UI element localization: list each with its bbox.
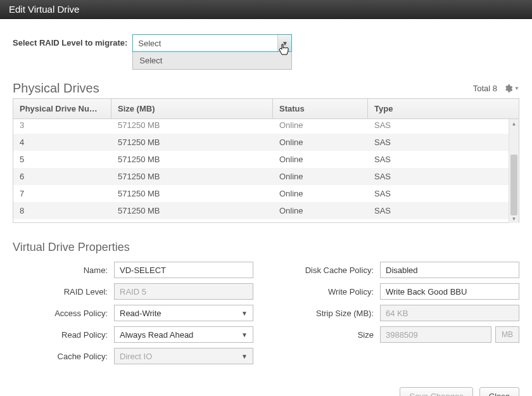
col-header-type[interactable]: Type xyxy=(368,99,519,119)
table-row[interactable]: 3571250 MBOnlineSAS xyxy=(13,119,519,134)
cell-num: 7 xyxy=(13,185,111,202)
scrollbar[interactable]: ▲ ▼ xyxy=(509,119,519,223)
cell-status: Online xyxy=(273,202,368,219)
cell-size: 571250 MB xyxy=(111,168,273,185)
write-policy-select[interactable]: Write Back Good BBU xyxy=(380,283,519,300)
label-disk-cache: Disk Cache Policy: xyxy=(279,265,374,275)
label-size: Size xyxy=(279,330,374,340)
row-write-policy: Write Policy: Write Back Good BBU xyxy=(279,283,519,300)
raid-select-row: Select RAID Level to migrate: Select ▼ S… xyxy=(13,34,519,70)
table-row[interactable]: 7571250 MBOnlineSAS xyxy=(13,185,519,202)
scroll-up-icon[interactable]: ▲ xyxy=(509,119,519,128)
col-header-num[interactable]: Physical Drive Nu… xyxy=(13,99,111,119)
physical-drives-table-body: 3571250 MBOnlineSAS4571250 MBOnlineSAS55… xyxy=(13,119,519,219)
scroll-down-icon[interactable]: ▼ xyxy=(509,214,519,223)
chevron-down-icon: ▼ xyxy=(277,35,291,51)
cell-status: Online xyxy=(273,119,368,134)
cell-num: 8 xyxy=(13,202,111,219)
cell-type: SAS xyxy=(368,168,519,185)
cell-size: 571250 MB xyxy=(111,119,273,134)
table-row[interactable]: 4571250 MBOnlineSAS xyxy=(13,134,519,151)
dialog-footer: Save Changes Close xyxy=(0,377,532,396)
row-cache-policy: Cache Policy: Direct IO ▼ xyxy=(13,348,253,364)
chevron-down-icon: ▼ xyxy=(241,353,248,360)
raid-select-wrap: Select ▼ Select xyxy=(132,34,292,70)
scroll-thumb[interactable] xyxy=(510,155,517,215)
vd-props-right: Disk Cache Policy: Disabled Write Policy… xyxy=(279,262,519,369)
table-header-row: Physical Drive Nu… Size (MB) Status Type xyxy=(13,99,519,119)
cell-type: SAS xyxy=(368,185,519,202)
chevron-down-icon: ▼ xyxy=(241,310,248,317)
physical-drives-header: Physical Drives Total 8 ▼ xyxy=(13,81,519,96)
cell-status: Online xyxy=(273,134,368,151)
cache-policy-select: Direct IO ▼ xyxy=(114,348,253,364)
cell-num: 5 xyxy=(13,151,111,168)
row-size: Size 3988509 MB xyxy=(279,326,519,343)
cell-status: Online xyxy=(273,151,368,168)
table-row[interactable]: 6571250 MBOnlineSAS xyxy=(13,168,519,185)
table-row[interactable]: 8571250 MBOnlineSAS xyxy=(13,202,519,219)
col-header-status[interactable]: Status xyxy=(273,99,368,119)
label-strip-size: Strip Size (MB): xyxy=(279,309,374,318)
dialog-title: Edit Virtual Drive xyxy=(9,4,79,15)
physical-drives-scrollarea: 3571250 MBOnlineSAS4571250 MBOnlineSAS55… xyxy=(13,119,519,223)
label-raid-level: RAID Level: xyxy=(13,287,108,297)
raid-level-select-value: Select xyxy=(138,39,161,48)
cell-num: 4 xyxy=(13,134,111,151)
close-button[interactable]: Close xyxy=(479,387,519,396)
row-name: Name: VD-SELECT xyxy=(13,262,253,278)
raid-select-label: Select RAID Level to migrate: xyxy=(13,34,127,48)
gear-icon xyxy=(504,84,513,93)
physical-drives-table-head: Physical Drive Nu… Size (MB) Status Type xyxy=(13,98,519,119)
vd-props-form: Name: VD-SELECT RAID Level: RAID 5 Acces… xyxy=(13,262,519,369)
dialog-titlebar: Edit Virtual Drive xyxy=(0,0,532,19)
cell-status: Online xyxy=(273,168,368,185)
row-read-policy: Read Policy: Always Read Ahead ▼ xyxy=(13,326,253,343)
raid-level-dropdown[interactable]: Select xyxy=(132,52,292,70)
raid-level-select[interactable]: Select ▼ xyxy=(132,34,292,52)
read-policy-select[interactable]: Always Read Ahead ▼ xyxy=(114,326,253,343)
chevron-down-icon: ▼ xyxy=(241,331,248,338)
cell-num: 6 xyxy=(13,168,111,185)
cell-type: SAS xyxy=(368,202,519,219)
vd-props-left: Name: VD-SELECT RAID Level: RAID 5 Acces… xyxy=(13,262,253,369)
cell-size: 571250 MB xyxy=(111,134,273,151)
physical-drives-tools: Total 8 ▼ xyxy=(473,84,519,93)
cell-size: 571250 MB xyxy=(111,202,273,219)
raid-level-display: RAID 5 xyxy=(114,283,253,300)
settings-menu-button[interactable]: ▼ xyxy=(504,84,519,93)
size-display: 3988509 xyxy=(380,326,491,343)
physical-drives-heading: Physical Drives xyxy=(13,81,99,96)
disk-cache-select[interactable]: Disabled xyxy=(380,262,519,278)
cell-size: 571250 MB xyxy=(111,151,273,168)
label-name: Name: xyxy=(13,265,108,275)
label-read-policy: Read Policy: xyxy=(13,330,108,340)
raid-level-option[interactable]: Select xyxy=(139,56,162,65)
row-disk-cache: Disk Cache Policy: Disabled xyxy=(279,262,519,278)
save-changes-button[interactable]: Save Changes xyxy=(400,387,472,396)
dialog-content: Select RAID Level to migrate: Select ▼ S… xyxy=(0,19,532,377)
cell-type: SAS xyxy=(368,134,519,151)
cell-type: SAS xyxy=(368,151,519,168)
col-header-size[interactable]: Size (MB) xyxy=(111,99,273,119)
row-raid-level: RAID Level: RAID 5 xyxy=(13,283,253,300)
label-cache-policy: Cache Policy: xyxy=(13,352,108,361)
label-write-policy: Write Policy: xyxy=(279,287,374,297)
label-access-policy: Access Policy: xyxy=(13,309,108,318)
cell-num: 3 xyxy=(13,119,111,134)
physical-drives-total: Total 8 xyxy=(473,84,497,93)
cell-status: Online xyxy=(273,185,368,202)
cell-size: 571250 MB xyxy=(111,185,273,202)
vd-props-heading: Virtual Drive Properties xyxy=(13,241,519,254)
physical-drives-body: 3571250 MBOnlineSAS4571250 MBOnlineSAS55… xyxy=(13,119,519,223)
strip-size-display: 64 KB xyxy=(380,305,519,321)
table-row[interactable]: 5571250 MBOnlineSAS xyxy=(13,151,519,168)
row-access-policy: Access Policy: Read-Write ▼ xyxy=(13,305,253,321)
cell-type: SAS xyxy=(368,119,519,134)
row-strip-size: Strip Size (MB): 64 KB xyxy=(279,305,519,321)
name-input[interactable]: VD-SELECT xyxy=(114,262,253,278)
size-unit: MB xyxy=(495,326,519,343)
access-policy-select[interactable]: Read-Write ▼ xyxy=(114,305,253,321)
chevron-down-icon: ▼ xyxy=(514,86,519,91)
